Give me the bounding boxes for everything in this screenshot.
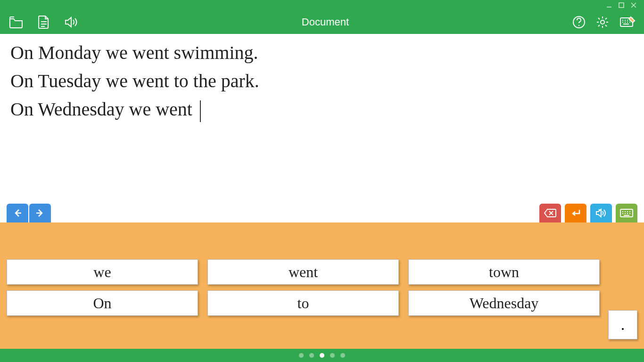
window-chrome (0, 0, 644, 10)
gear-icon[interactable] (596, 16, 609, 29)
pager-dot[interactable] (320, 353, 324, 358)
svg-point-9 (601, 20, 604, 24)
period-tile[interactable]: . (608, 310, 637, 339)
pager-dot[interactable] (309, 353, 314, 358)
word-tile[interactable]: we (7, 259, 198, 285)
pager-dot[interactable] (340, 353, 345, 358)
document-line: On Wednesday we went (10, 95, 634, 123)
midbar (0, 202, 644, 222)
word-tile[interactable]: Wednesday (408, 290, 600, 316)
maximize-icon[interactable] (619, 2, 624, 8)
svg-point-8 (578, 25, 579, 26)
svg-rect-1 (619, 3, 624, 8)
pager-dot[interactable] (330, 353, 335, 358)
next-button[interactable] (29, 204, 51, 222)
minimize-icon[interactable] (606, 2, 612, 8)
edit-keyboard-icon[interactable] (619, 16, 636, 29)
prev-button[interactable] (7, 204, 28, 222)
backspace-button[interactable] (539, 204, 561, 222)
toolbar: Document (0, 10, 644, 34)
speak-button[interactable] (590, 204, 612, 222)
word-tile[interactable]: town (408, 259, 600, 285)
word-tile[interactable]: went (207, 259, 399, 285)
word-tile[interactable]: On (7, 290, 198, 316)
document-line: On Tuesday we went to the park. (10, 67, 634, 95)
word-bank: we went town On to Wednesday . (0, 222, 644, 349)
enter-button[interactable] (565, 204, 586, 222)
pager-dot[interactable] (299, 353, 304, 358)
window-close-icon[interactable] (631, 2, 636, 8)
document-area[interactable]: On Monday we went swimming. On Tuesday w… (0, 34, 644, 202)
text-cursor (200, 100, 201, 122)
speaker-icon[interactable] (64, 15, 78, 29)
pager (0, 349, 644, 362)
keyboard-button[interactable] (616, 204, 637, 222)
document-line: On Monday we went swimming. (10, 39, 634, 67)
folder-icon[interactable] (8, 15, 24, 29)
help-icon[interactable] (572, 16, 586, 29)
document-icon[interactable] (38, 15, 50, 29)
page-title: Document (78, 16, 572, 28)
word-tile[interactable]: to (207, 290, 399, 316)
